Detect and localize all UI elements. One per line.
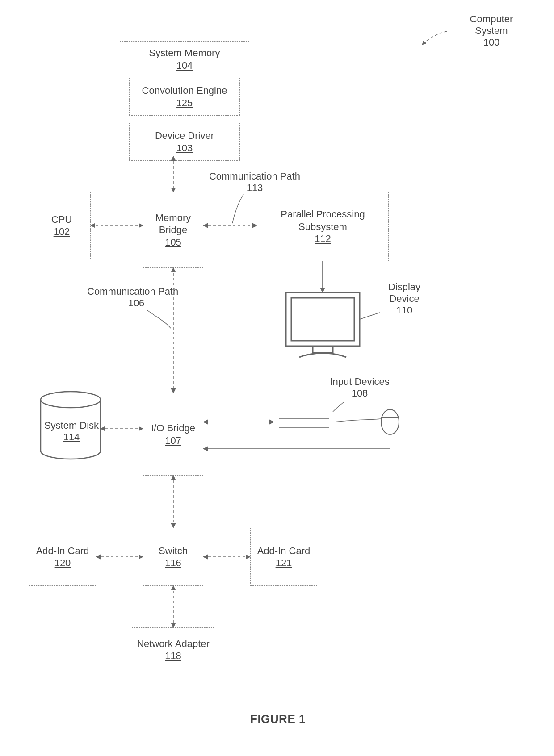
convolution-engine-label: Convolution Engine xyxy=(142,84,227,97)
block-system-memory: System Memory 104 Convolution Engine 125… xyxy=(120,41,249,156)
device-driver-label: Device Driver xyxy=(155,129,214,142)
mouse-icon xyxy=(381,409,399,434)
connectors-overlay xyxy=(0,0,554,756)
block-addin-left: Add-In Card 120 xyxy=(29,528,96,586)
label-input-devices: Input Devices 108 xyxy=(326,376,393,399)
svg-rect-13 xyxy=(286,292,360,346)
memory-bridge-ref: 105 xyxy=(165,236,181,249)
addin-right-ref: 121 xyxy=(276,557,292,569)
svg-point-12 xyxy=(41,392,101,408)
device-driver-ref: 103 xyxy=(176,142,193,155)
pps-ref: 112 xyxy=(315,233,331,245)
comm-path-113-text: Communication Path xyxy=(206,171,304,182)
io-bridge-label: I/O Bridge xyxy=(151,422,195,434)
pps-label-2: Subsystem xyxy=(298,221,347,233)
label-computer-system: Computer System 100 xyxy=(447,13,536,48)
network-adapter-ref: 118 xyxy=(165,650,181,662)
addin-right-label: Add-In Card xyxy=(257,545,311,557)
block-memory-bridge: Memory Bridge 105 xyxy=(143,192,203,268)
figure-title: FIGURE 1 xyxy=(250,712,306,726)
comm-path-106-ref: 106 xyxy=(87,297,185,309)
display-device-text2: Device xyxy=(378,293,431,305)
label-comm-path-113: Communication Path 113 xyxy=(206,171,304,194)
monitor-icon xyxy=(286,292,360,357)
diagram-canvas: System Memory 104 Convolution Engine 125… xyxy=(0,0,554,756)
memory-bridge-label-1: Memory xyxy=(155,212,191,224)
system-memory-ref: 104 xyxy=(176,59,193,72)
system-disk-text: System Disk 114 xyxy=(42,420,101,443)
pps-label-1: Parallel Processing xyxy=(281,208,365,221)
cpu-label: CPU xyxy=(51,213,72,226)
computer-system-ref: 100 xyxy=(447,37,536,48)
input-devices-ref: 108 xyxy=(326,388,393,399)
block-pps: Parallel Processing Subsystem 112 xyxy=(257,192,389,261)
addin-left-ref: 120 xyxy=(55,557,71,569)
display-device-text1: Display xyxy=(378,281,431,293)
block-addin-right: Add-In Card 121 xyxy=(250,528,317,586)
network-adapter-label: Network Adapter xyxy=(137,638,210,650)
block-convolution-engine: Convolution Engine 125 xyxy=(129,78,240,116)
computer-system-text: Computer xyxy=(447,13,536,25)
block-switch: Switch 116 xyxy=(143,528,203,586)
io-bridge-ref: 107 xyxy=(165,434,181,447)
label-display-device: Display Device 110 xyxy=(378,281,431,316)
comm-path-113-ref: 113 xyxy=(206,182,304,194)
computer-system-text2: System xyxy=(447,25,536,37)
cpu-ref: 102 xyxy=(54,226,70,238)
convolution-engine-ref: 125 xyxy=(176,97,193,109)
block-device-driver: Device Driver 103 xyxy=(129,123,240,161)
switch-label: Switch xyxy=(159,545,188,557)
svg-rect-14 xyxy=(291,298,354,341)
comm-path-106-text: Communication Path xyxy=(87,286,185,297)
block-cpu: CPU 102 xyxy=(33,192,91,259)
system-disk-label: System Disk xyxy=(42,420,101,431)
system-memory-label: System Memory xyxy=(149,47,220,59)
svg-point-15 xyxy=(381,409,399,434)
input-devices-text: Input Devices xyxy=(326,376,393,388)
block-network-adapter: Network Adapter 118 xyxy=(132,627,214,672)
label-comm-path-106: Communication Path 106 xyxy=(87,286,185,309)
display-device-ref: 110 xyxy=(378,305,431,316)
block-io-bridge: I/O Bridge 107 xyxy=(143,393,203,476)
keyboard-icon xyxy=(274,412,334,436)
memory-bridge-label-2: Bridge xyxy=(159,224,188,236)
switch-ref: 116 xyxy=(165,557,181,569)
addin-left-label: Add-In Card xyxy=(36,545,89,557)
system-disk-ref: 114 xyxy=(42,431,101,443)
